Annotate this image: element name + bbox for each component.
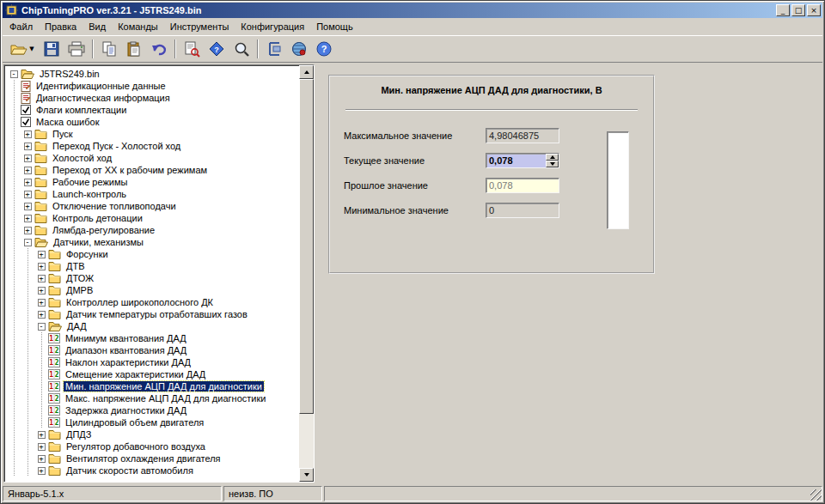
collapse-icon[interactable]: - bbox=[38, 323, 46, 331]
save-button[interactable] bbox=[40, 38, 64, 60]
paste-button[interactable] bbox=[122, 38, 146, 60]
minimize-button[interactable]: _ bbox=[776, 4, 790, 16]
spin-up-button[interactable] bbox=[546, 154, 559, 161]
tree-item[interactable]: +Вентилятор охлаждения двигателя bbox=[7, 452, 299, 465]
help-button[interactable]: ? bbox=[312, 38, 336, 60]
expand-toggle[interactable]: + bbox=[21, 215, 34, 222]
spin-down-button[interactable] bbox=[546, 161, 559, 167]
tree-item[interactable]: +ДТОЖ bbox=[7, 272, 299, 284]
expand-icon[interactable]: + bbox=[24, 227, 32, 234]
expand-toggle[interactable]: + bbox=[34, 311, 48, 319]
expand-icon[interactable]: + bbox=[24, 155, 32, 162]
tree-item[interactable]: +Лямбда-регулирование bbox=[7, 224, 299, 236]
expand-toggle[interactable]: - bbox=[7, 70, 21, 78]
expand-icon[interactable]: + bbox=[24, 131, 32, 138]
tree-item[interactable]: +Пуск bbox=[7, 128, 299, 140]
tree-item[interactable]: 12Цилиндровый объем двигателя bbox=[7, 416, 299, 428]
expand-toggle[interactable]: + bbox=[34, 251, 48, 258]
menu-item-tools[interactable]: Инструменты bbox=[164, 20, 235, 34]
tree-scrollbar[interactable] bbox=[299, 65, 314, 482]
tree-item[interactable]: +Рабочие режимы bbox=[7, 176, 299, 188]
expand-icon[interactable]: + bbox=[38, 299, 46, 307]
tree-item[interactable]: +ДТВ bbox=[7, 260, 299, 272]
expand-toggle[interactable]: + bbox=[21, 131, 34, 138]
expand-toggle[interactable]: + bbox=[34, 431, 48, 439]
expand-icon[interactable]: + bbox=[24, 143, 32, 150]
search-button[interactable] bbox=[229, 38, 254, 60]
tree-item[interactable]: 12Макс. напряжение АЦП ДАД для диагности… bbox=[7, 392, 299, 404]
tree-item[interactable]: Диагностическая информация bbox=[7, 92, 299, 104]
value-slider[interactable] bbox=[607, 131, 629, 229]
menu-item-help[interactable]: Помощь bbox=[310, 20, 359, 34]
tree-item[interactable]: Маска ошибок bbox=[7, 116, 299, 128]
expand-icon[interactable]: + bbox=[38, 467, 46, 475]
expand-toggle[interactable]: + bbox=[21, 227, 34, 234]
expand-toggle[interactable]: + bbox=[21, 179, 34, 186]
expand-icon[interactable]: + bbox=[38, 431, 46, 439]
tree-item[interactable]: 12Смещение характеристики ДАД bbox=[7, 368, 299, 380]
copy-button[interactable] bbox=[97, 38, 121, 60]
menu-item-configuration[interactable]: Конфигурация bbox=[235, 20, 310, 34]
expand-icon[interactable]: + bbox=[38, 275, 46, 282]
maximize-button[interactable]: □ bbox=[791, 4, 805, 16]
menu-item-commands[interactable]: Команды bbox=[112, 20, 164, 34]
scroll-down-button[interactable] bbox=[299, 468, 314, 482]
menu-item-view[interactable]: Вид bbox=[82, 20, 112, 34]
expand-toggle[interactable]: + bbox=[34, 263, 48, 270]
menu-item-edit[interactable]: Правка bbox=[39, 20, 82, 34]
expand-toggle[interactable]: + bbox=[21, 167, 34, 174]
tree-item[interactable]: +Холостой ход bbox=[7, 152, 299, 164]
calibration-button[interactable] bbox=[262, 38, 286, 60]
expand-icon[interactable]: + bbox=[24, 179, 32, 186]
tree-item[interactable]: +Контроль детонации bbox=[7, 212, 299, 224]
online-button[interactable] bbox=[287, 38, 311, 60]
expand-toggle[interactable]: - bbox=[34, 323, 48, 331]
tree-item[interactable]: -ДАД bbox=[7, 320, 299, 332]
close-button[interactable]: × bbox=[807, 4, 821, 16]
scrollbar-track[interactable] bbox=[299, 79, 314, 468]
expand-icon[interactable]: + bbox=[38, 311, 46, 319]
resize-grip[interactable] bbox=[810, 489, 822, 501]
view-data-button[interactable] bbox=[180, 38, 204, 60]
tree-item[interactable]: +Переход Пуск - Холостой ход bbox=[7, 140, 299, 152]
expand-icon[interactable]: + bbox=[24, 203, 32, 210]
tree-item[interactable]: 12Наклон характеристики ДАД bbox=[7, 356, 299, 368]
print-button[interactable] bbox=[64, 38, 89, 60]
expand-icon[interactable]: + bbox=[38, 455, 46, 463]
expand-toggle[interactable]: + bbox=[21, 203, 34, 210]
tree-item[interactable]: +Переход от ХХ к рабочим режимам bbox=[7, 164, 299, 176]
menu-item-file[interactable]: Файл bbox=[3, 20, 39, 34]
tree-item[interactable]: 12Мин. напряжение АЦП ДАД для диагностик… bbox=[7, 380, 299, 392]
expand-toggle[interactable]: + bbox=[34, 455, 48, 463]
expand-icon[interactable]: + bbox=[38, 251, 46, 258]
tree-item[interactable]: 12Диапазон квантования ДАД bbox=[7, 344, 299, 356]
tree-item[interactable]: +Датчик скорости автомобиля bbox=[7, 465, 299, 477]
expand-icon[interactable]: + bbox=[38, 287, 46, 295]
undo-button[interactable] bbox=[147, 38, 171, 60]
collapse-icon[interactable]: - bbox=[10, 70, 18, 78]
expand-toggle[interactable]: + bbox=[34, 443, 48, 451]
tree-item[interactable]: Идентификационные данные bbox=[7, 80, 299, 92]
current-value-input[interactable]: 0,078 bbox=[486, 153, 559, 168]
tree-item[interactable]: Флаги комплектации bbox=[7, 104, 299, 116]
collapse-icon[interactable]: - bbox=[24, 239, 32, 246]
scrollbar-thumb[interactable] bbox=[299, 79, 314, 414]
expand-toggle[interactable]: + bbox=[34, 467, 48, 475]
tree-item[interactable]: +ДПДЗ bbox=[7, 428, 299, 440]
dropdown-caret-icon[interactable]: ▼ bbox=[29, 46, 34, 52]
tree-item[interactable]: +Регулятор добавочного воздуха bbox=[7, 440, 299, 452]
tree-item[interactable]: 12Задержка диагностики ДАД bbox=[7, 404, 299, 416]
value-spinner[interactable] bbox=[546, 154, 559, 167]
compare-button[interactable]: ? bbox=[205, 38, 229, 60]
tree-item[interactable]: +Контроллер широкополосного ДК bbox=[7, 296, 299, 308]
tree-item[interactable]: -J5TRS249.bin bbox=[7, 68, 299, 80]
tree-item[interactable]: 12Минимум квантования ДАД bbox=[7, 332, 299, 344]
expand-toggle[interactable]: + bbox=[34, 275, 48, 282]
expand-toggle[interactable]: - bbox=[21, 239, 34, 246]
tree-item[interactable]: +Датчик температуры отработавших газов bbox=[7, 308, 299, 320]
expand-icon[interactable]: + bbox=[24, 215, 32, 222]
tree-item[interactable]: +Отключение топливоподачи bbox=[7, 200, 299, 212]
tree-item[interactable]: +Launch-контроль bbox=[7, 188, 299, 200]
expand-icon[interactable]: + bbox=[24, 191, 32, 198]
expand-icon[interactable]: + bbox=[24, 167, 32, 174]
